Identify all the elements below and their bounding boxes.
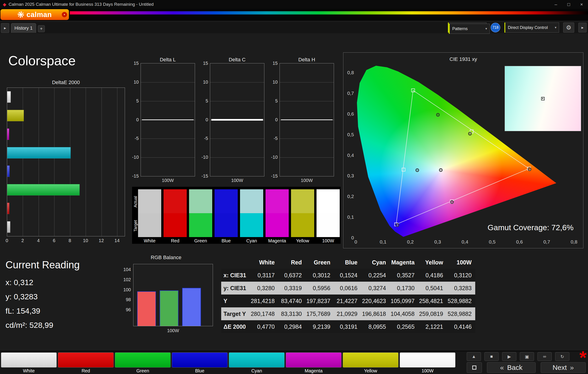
delta-y-tick: -5: [267, 136, 278, 141]
table-cell: 0,3280: [250, 282, 278, 295]
delta-c-xlabel: 100W: [210, 178, 264, 183]
deltae-bar-100w: [7, 221, 10, 233]
cie-x-tick: 0,2: [407, 239, 414, 245]
table-cell: 0,3012: [305, 269, 334, 282]
deltae-x-tick: 14: [114, 238, 119, 243]
cie-y-tick: 0,8: [344, 70, 354, 75]
rgb-y-tick: 96: [115, 307, 131, 312]
delta-value-bar: [281, 119, 333, 120]
table-cell: 21,0929: [334, 307, 361, 320]
display-control-label: Direct Display Control: [508, 25, 548, 30]
pattern-swatch: [400, 353, 455, 368]
pattern-button-blue[interactable]: Blue: [172, 353, 228, 374]
navigation-row: « Back Next »: [467, 362, 586, 373]
stop-pattern-button[interactable]: [467, 362, 482, 373]
patterns-dropdown[interactable]: Patterns ▼: [449, 24, 490, 34]
rgb-chart-box: [133, 264, 213, 326]
target-row-label: Target: [133, 220, 138, 232]
cie-y-tick: 0,2: [344, 194, 354, 199]
logo-menu-button[interactable]: ▼: [62, 12, 67, 17]
pattern-swatch: [286, 353, 342, 368]
cie-x-tick: 0,4: [462, 239, 468, 245]
tab-history-1[interactable]: History 1: [11, 23, 36, 33]
delta-y-tick: 10: [198, 79, 208, 85]
swatch-target: [265, 213, 289, 237]
table-column-header: Magenta: [390, 256, 418, 269]
refresh-button[interactable]: ↻: [555, 352, 569, 361]
table-cell: 0,3191: [334, 320, 361, 333]
table-row-y-cie31: y: CIE310,32800,33190,59560,06160,32740,…: [221, 282, 475, 295]
table-cell: 0,6372: [278, 269, 305, 282]
pattern-button-yellow[interactable]: Yellow: [343, 353, 399, 374]
white-point-dot: [542, 98, 543, 99]
cie-chart-panel: CIE 1931 xy 0,80,70,60,50,40,30,20,10 00…: [343, 52, 583, 248]
swatch-yellow: Yellow: [291, 189, 314, 244]
back-button[interactable]: « Back: [487, 362, 536, 373]
table-cell: 0,1730: [390, 282, 418, 295]
pattern-swatch: [229, 353, 284, 368]
play-button[interactable]: ▶: [502, 352, 516, 361]
actual-row-label: Actual: [133, 196, 138, 207]
pattern-button-cyan[interactable]: Cyan: [229, 353, 284, 374]
delta-l-title: Delta L: [141, 57, 195, 63]
pattern-button-magenta[interactable]: Magenta: [286, 353, 342, 374]
current-reading-lines: x: 0,312y: 0,3283fL: 154,39cd/m²: 528,99: [6, 275, 53, 332]
measured-point-marker: [416, 169, 419, 171]
maximize-button[interactable]: □: [562, 0, 575, 9]
window-controls: – □ ×: [549, 0, 588, 9]
next-button[interactable]: Next »: [541, 362, 586, 373]
chevron-right-icon: »: [570, 364, 574, 372]
loop-button[interactable]: ∞: [537, 352, 552, 361]
tab-scroll-button[interactable]: ▸: [1, 23, 9, 33]
swatch-label: Yellow: [291, 238, 314, 244]
eject-button[interactable]: ▲: [467, 352, 481, 361]
add-tab-button[interactable]: +: [38, 25, 45, 32]
pattern-button-green[interactable]: Green: [115, 353, 171, 374]
delta-y-tick: 10: [128, 79, 139, 85]
delta-y-tick: -5: [128, 136, 139, 141]
table-cell: 528,9882: [447, 307, 475, 320]
title-bar: ◆ Calman 2025 Calman Ultimate for Busine…: [0, 0, 588, 9]
swatch-actual: [138, 189, 161, 213]
table-cell: 175,7689: [305, 307, 334, 320]
chevron-left-icon: «: [500, 364, 504, 372]
calman-app-window: ◆ Calman 2025 Calman Ultimate for Busine…: [0, 0, 588, 374]
table-cell: 0,2254: [361, 269, 389, 282]
rgb-y-tick: 102: [115, 277, 131, 282]
table-cell: 83,4740: [278, 295, 305, 307]
pattern-button-white[interactable]: White: [1, 353, 57, 374]
delta-c-title: Delta C: [210, 57, 264, 63]
pattern-button-red[interactable]: Red: [58, 353, 114, 374]
calman-logo[interactable]: calman ▼: [0, 9, 69, 20]
delta-h-box: [280, 63, 334, 176]
table-cell: 83,3130: [278, 307, 305, 320]
swatch-blue: Blue: [215, 189, 238, 244]
table-cell: 0,2984: [278, 320, 305, 333]
delta-l-box: [141, 63, 195, 176]
table-row-target-y: Target Y280,174883,3130175,768921,092919…: [221, 307, 475, 320]
close-button[interactable]: ×: [575, 0, 588, 9]
meter-count-badge[interactable]: 718: [491, 23, 500, 32]
minimize-button[interactable]: –: [549, 0, 562, 9]
rgb-balance-title: RGB Balance: [119, 255, 213, 260]
table-column-header: Blue: [334, 256, 361, 269]
table-cell: 105,0997: [390, 295, 418, 307]
table-cell: 0,4770: [250, 320, 278, 333]
measured-point-marker: [528, 168, 531, 171]
settings-button[interactable]: ⚙: [563, 22, 574, 33]
swatch-actual: [291, 189, 314, 213]
save-button[interactable]: ▣: [520, 352, 534, 361]
swatch-target: [291, 213, 314, 237]
swatch-label: Red: [164, 238, 187, 244]
pattern-button-100w[interactable]: 100W: [400, 353, 455, 374]
deltae-x-tick: 12: [99, 238, 104, 243]
cie-y-ticks: 0,80,70,60,50,40,30,20,10: [344, 64, 354, 238]
stop-button[interactable]: ■: [484, 352, 499, 361]
delta-y-tick: 15: [267, 61, 278, 66]
panel-expand-button[interactable]: ▸: [578, 23, 587, 32]
readings-table-head: WhiteRedGreenBlueCyanMagentaYellow100W: [221, 256, 475, 269]
deltae-x-tick: 4: [37, 238, 40, 243]
table-row-y: Y281,421883,4740197,823721,4227220,46231…: [221, 295, 475, 307]
delta-y-tick: -5: [198, 136, 208, 141]
display-control-dropdown[interactable]: Direct Display Control ▼: [504, 22, 559, 33]
